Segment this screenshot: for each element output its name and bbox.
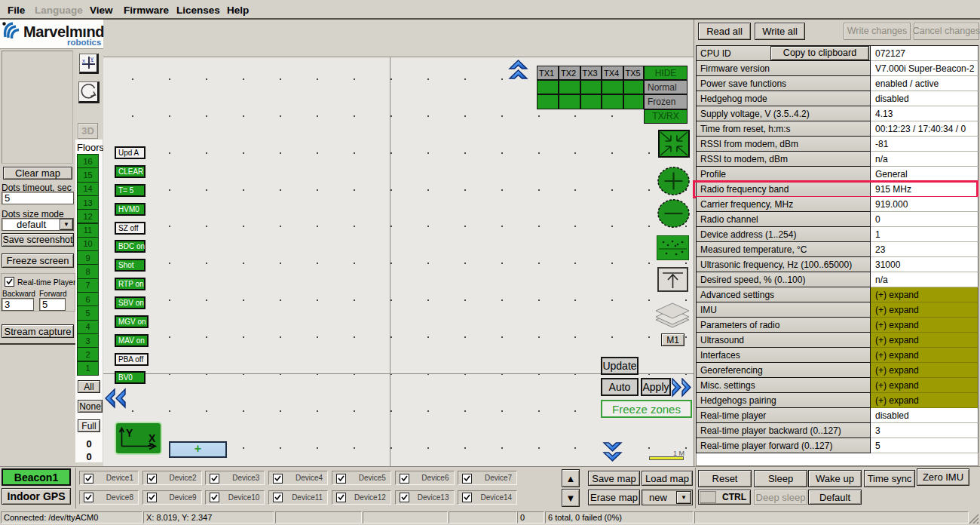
- svg-text:Y: Y: [126, 427, 133, 439]
- svg-text:y: y: [90, 55, 93, 62]
- svg-text:x: x: [82, 57, 85, 64]
- svg-text:X: X: [149, 432, 156, 444]
